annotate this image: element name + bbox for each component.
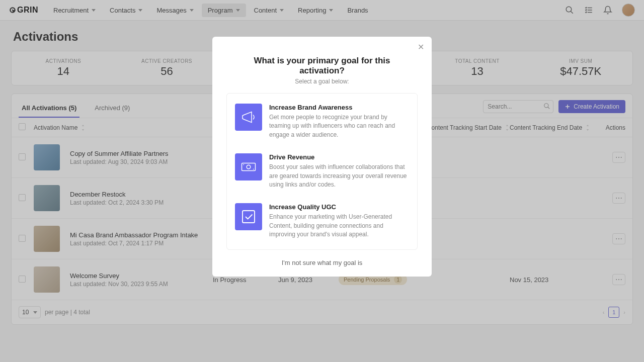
- goal-description: Boost your sales with influencer collabo…: [269, 163, 409, 189]
- svg-point-10: [247, 165, 251, 169]
- goal-brand-awareness[interactable]: Increase Brand Awareness Get more people…: [230, 97, 414, 146]
- not-sure-link[interactable]: I'm not sure what my goal is: [212, 259, 432, 266]
- goal-description: Get more people to recognize your brand …: [269, 113, 409, 139]
- goal-title: Increase Quality UGC: [269, 203, 409, 211]
- checkbox-icon: [235, 203, 262, 230]
- megaphone-icon: [235, 104, 262, 131]
- cash-icon: [235, 153, 262, 180]
- modal-title: What is your primary goal for this activ…: [232, 56, 412, 76]
- goal-description: Enhance your marketing with User-Generat…: [269, 213, 409, 239]
- modal-subtitle: Select a goal below:: [232, 78, 412, 85]
- close-icon[interactable]: ✕: [416, 42, 426, 52]
- goal-title: Drive Revenue: [269, 153, 409, 161]
- goal-quality-ugc[interactable]: Increase Quality UGC Enhance your market…: [230, 196, 414, 246]
- goal-drive-revenue[interactable]: Drive Revenue Boost your sales with infl…: [230, 146, 414, 196]
- goal-modal: ✕ What is your primary goal for this act…: [212, 37, 432, 277]
- svg-rect-13: [243, 211, 255, 223]
- goal-title: Increase Brand Awareness: [269, 104, 409, 111]
- goal-list: Increase Brand Awareness Get more people…: [226, 93, 418, 250]
